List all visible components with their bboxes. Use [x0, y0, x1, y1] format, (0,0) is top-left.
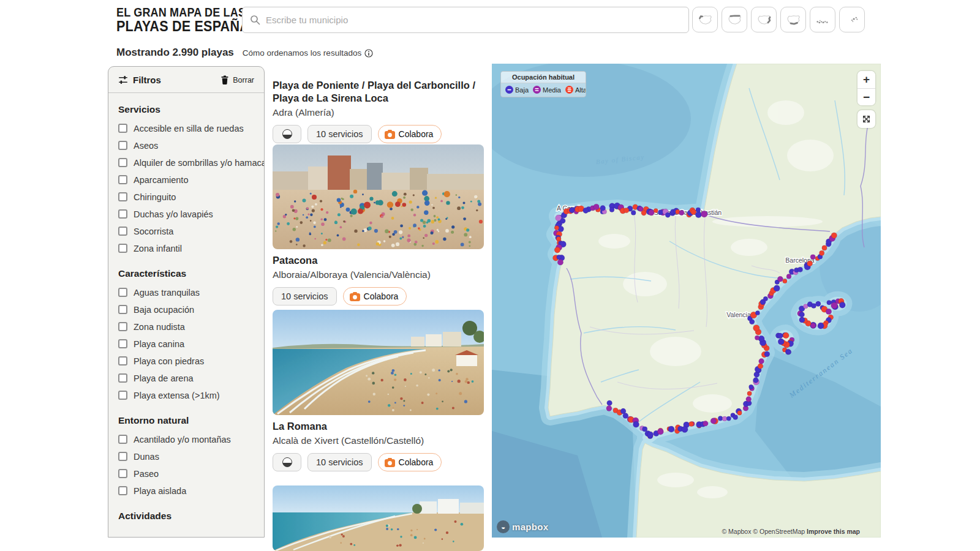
filter-checkbox-row[interactable]: Alquiler de sombrillas y/o hamacas [118, 158, 254, 167]
beach-marker[interactable] [609, 208, 614, 212]
beach-marker[interactable] [657, 429, 663, 435]
beach-title[interactable]: Playa de Poniente / Playa del Carboncill… [273, 79, 484, 105]
beach-marker[interactable] [799, 312, 805, 318]
beach-marker[interactable] [753, 378, 759, 383]
beach-marker[interactable] [594, 204, 599, 209]
beach-marker[interactable] [763, 296, 767, 301]
beach-marker[interactable] [758, 364, 763, 369]
beach-marker[interactable] [816, 301, 821, 306]
region-button-south-coast[interactable] [780, 7, 806, 32]
checkbox[interactable] [118, 175, 127, 184]
beach-marker[interactable] [557, 255, 562, 260]
checkbox[interactable] [118, 305, 127, 314]
beach-marker[interactable] [774, 285, 780, 291]
collaborate-button[interactable]: Colabora [378, 125, 442, 143]
beach-marker[interactable] [753, 325, 760, 331]
checkbox[interactable] [118, 373, 127, 383]
checkbox[interactable] [118, 339, 127, 348]
beach-marker[interactable] [749, 384, 753, 389]
beach-marker[interactable] [701, 211, 708, 217]
mapbox-logo[interactable]: ◒ mapbox [497, 520, 548, 533]
beach-marker[interactable] [624, 208, 629, 213]
checkbox[interactable] [118, 192, 127, 201]
beach-marker[interactable] [560, 219, 565, 223]
beach-marker[interactable] [583, 208, 589, 213]
beach-marker[interactable] [726, 416, 731, 421]
collaborate-button[interactable]: Colabora [378, 453, 442, 471]
filter-checkbox-row[interactable]: Acantilado y/o montañas [118, 435, 254, 444]
zoom-out-button[interactable]: − [858, 88, 875, 105]
beach-marker[interactable] [783, 332, 789, 339]
checkbox[interactable] [118, 322, 127, 331]
beach-marker[interactable] [778, 333, 783, 339]
beach-marker[interactable] [778, 339, 784, 345]
beach-marker[interactable] [633, 421, 639, 427]
beach-marker[interactable] [641, 211, 646, 216]
beach-marker[interactable] [696, 208, 701, 212]
filter-checkbox-row[interactable]: Paseo [118, 469, 254, 478]
attribution-improve-link[interactable]: Improve this map [807, 528, 860, 535]
filter-checkbox-row[interactable]: Playa con piedras [118, 356, 254, 365]
checkbox[interactable] [118, 244, 127, 253]
beach-marker[interactable] [831, 302, 838, 309]
attribution-osm[interactable]: © OpenStreetMap [753, 528, 805, 535]
region-button-northwest-coast[interactable] [692, 7, 718, 32]
beach-marker[interactable] [764, 351, 770, 357]
beach-marker[interactable] [703, 421, 709, 426]
filter-checkbox-row[interactable]: Duchas y/o lavapiés [118, 209, 254, 219]
filter-checkbox-row[interactable]: Zona nudista [118, 322, 254, 331]
filter-checkbox-row[interactable]: Accesible en silla de ruedas [118, 124, 254, 133]
info-icon[interactable] [364, 49, 373, 58]
beach-marker[interactable] [818, 323, 824, 329]
beach-marker[interactable] [831, 233, 837, 238]
beach-marker[interactable] [807, 261, 813, 266]
beach-marker[interactable] [554, 225, 559, 230]
beach-marker[interactable] [733, 414, 738, 419]
checkbox[interactable] [118, 452, 127, 461]
attribution-mapbox[interactable]: © Mapbox [722, 528, 751, 535]
beach-title[interactable]: Patacona [273, 254, 484, 267]
beaches-map[interactable]: Mediterranean SeaBay of Biscay A CoruñaS… [492, 64, 881, 538]
beach-marker[interactable] [799, 317, 805, 323]
beach-marker[interactable] [631, 211, 636, 216]
checkbox[interactable] [118, 288, 127, 297]
beach-photo-bay[interactable] [273, 310, 484, 415]
checkbox[interactable] [118, 356, 127, 365]
services-button[interactable]: 10 servicios [273, 287, 337, 305]
beach-marker[interactable] [755, 335, 759, 340]
beach-photo-crowded[interactable] [273, 144, 484, 249]
region-button-north-coast[interactable] [722, 7, 747, 32]
filter-checkbox-row[interactable]: Playa extensa (>1km) [118, 391, 254, 400]
region-button-east-coast[interactable] [751, 7, 777, 32]
beach-marker[interactable] [554, 247, 560, 253]
beach-marker[interactable] [822, 246, 827, 250]
beach-marker[interactable] [647, 432, 654, 438]
beach-marker[interactable] [747, 391, 752, 395]
beach-marker[interactable] [827, 300, 832, 305]
beach-marker[interactable] [607, 400, 612, 406]
beach-marker[interactable] [746, 397, 752, 402]
beach-marker[interactable] [600, 206, 606, 211]
filter-checkbox-row[interactable]: Aseos [118, 141, 254, 150]
checkbox[interactable] [118, 435, 127, 444]
checkbox[interactable] [118, 391, 127, 400]
fullscreen-button[interactable] [858, 110, 875, 128]
beach-marker[interactable] [797, 267, 802, 272]
beach-marker[interactable] [718, 416, 723, 421]
checkbox[interactable] [118, 158, 127, 167]
filter-checkbox-row[interactable]: Playa de arena [118, 373, 254, 383]
filter-checkbox-row[interactable]: Chiringuito [118, 192, 254, 201]
services-button[interactable]: 10 servicios [307, 453, 372, 471]
beach-marker[interactable] [689, 422, 694, 427]
beach-marker[interactable] [777, 276, 783, 282]
beach-marker[interactable] [557, 260, 563, 265]
checkbox[interactable] [118, 486, 127, 495]
beach-marker[interactable] [810, 323, 816, 329]
filter-checkbox-row[interactable]: Aguas tranquilas [118, 288, 254, 297]
beach-marker[interactable] [695, 212, 701, 218]
map-canvas[interactable]: Mediterranean SeaBay of Biscay A CoruñaS… [492, 64, 881, 538]
checkbox[interactable] [118, 141, 127, 150]
checkbox[interactable] [118, 227, 127, 236]
beach-marker[interactable] [755, 311, 760, 315]
clear-filters-button[interactable]: Borrar [221, 75, 254, 84]
